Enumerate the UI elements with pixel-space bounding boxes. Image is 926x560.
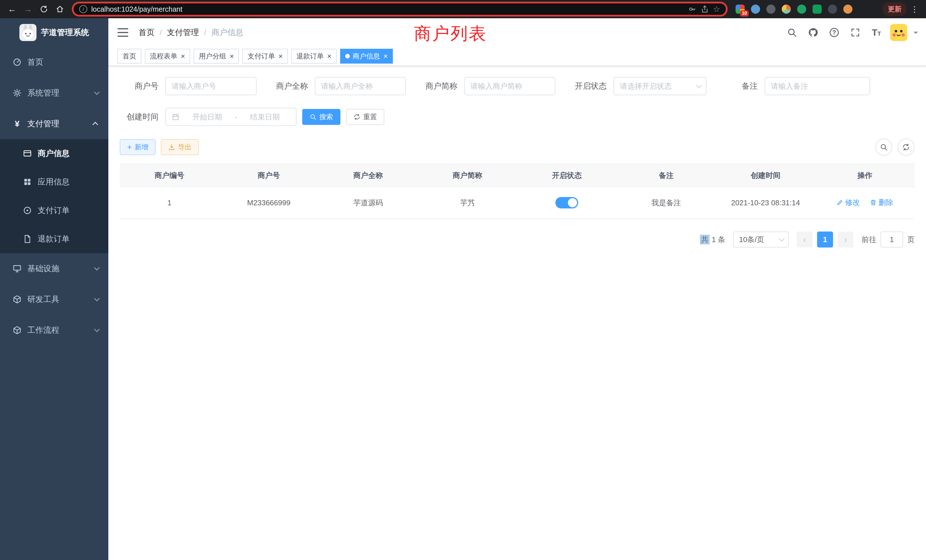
extension-icon-gray[interactable] [766, 5, 775, 14]
page-1-button[interactable]: 1 [817, 232, 833, 248]
export-button[interactable]: 导出 [161, 139, 199, 155]
sidebar-subitem-pay-order[interactable]: 支付订单 [0, 196, 108, 225]
extension-icon-colorful[interactable]: 10 [735, 5, 745, 14]
document-icon [23, 235, 32, 244]
sidebar-item-devtools[interactable]: 研发工具 [0, 284, 108, 315]
extension-icon-dark[interactable] [828, 5, 837, 14]
merchant-no-input[interactable] [165, 77, 257, 95]
tab-close-icon[interactable]: × [230, 53, 234, 60]
full-name-label: 商户全称 [269, 81, 308, 92]
refresh-icon [902, 143, 910, 151]
extension-icon-avatar[interactable] [782, 5, 791, 14]
next-page-button[interactable]: › [838, 232, 853, 248]
col-merchant-id: 商户编号 [120, 164, 219, 187]
help-button[interactable]: ? [827, 25, 841, 40]
create-time-range-input[interactable]: 开始日期 - 结束日期 [165, 108, 297, 126]
calendar-icon [172, 113, 180, 121]
prev-page-button[interactable]: ‹ [797, 232, 813, 248]
address-bar[interactable]: i localhost:1024/pay/merchant ☆ [72, 2, 728, 17]
refresh-table-button[interactable] [897, 139, 915, 156]
extension-icon-green-circle[interactable] [797, 5, 806, 14]
table-row: 1 M233666999 芋道源码 芋艿 我是备注 2021-10-23 08:… [120, 187, 915, 219]
col-create-time: 创建时间 [716, 164, 816, 187]
extension-icon-blue[interactable] [751, 5, 760, 14]
hamburger-button[interactable] [118, 28, 128, 37]
annotation-text: 商户列表 [414, 22, 487, 45]
short-name-input[interactable] [464, 77, 555, 95]
breadcrumb-item-pay[interactable]: 支付管理 [167, 27, 199, 38]
fullscreen-button[interactable] [848, 25, 863, 40]
tab-home[interactable]: 首页 [118, 49, 141, 64]
toggle-search-button[interactable] [875, 139, 892, 156]
user-avatar[interactable] [890, 24, 907, 41]
breadcrumb-item-home[interactable]: 首页 [139, 27, 154, 38]
tab-user-group[interactable]: 用户分组 × [194, 49, 239, 64]
goto-label: 前往 [862, 235, 876, 245]
sidebar-subitem-merchant-info[interactable]: 商户信息 [0, 139, 108, 168]
font-size-button[interactable]: TT [869, 25, 884, 40]
short-name-label: 商户简称 [419, 81, 457, 92]
add-button[interactable]: + 新增 [120, 139, 156, 155]
sidebar-item-label: 工作流程 [27, 325, 59, 336]
delete-link[interactable]: 删除 [870, 198, 893, 207]
pagination-total: 共 1 条 [700, 235, 725, 245]
full-name-input[interactable] [315, 77, 406, 95]
search-form-row-2: 创建时间 开始日期 - 结束日期 搜索 重置 [120, 108, 915, 126]
goto-page-input[interactable] [881, 232, 903, 248]
tab-close-icon[interactable]: × [278, 53, 283, 60]
tab-merchant-info[interactable]: 商户信息 × [340, 49, 393, 64]
tab-close-icon[interactable]: × [383, 53, 388, 60]
extension-icon-orange[interactable] [843, 5, 852, 14]
sidebar-item-label: 退款订单 [38, 233, 70, 244]
chevron-down-icon [94, 89, 100, 95]
github-icon [808, 27, 818, 38]
edit-link[interactable]: 修改 [837, 198, 860, 207]
goto-unit: 页 [907, 235, 915, 245]
search-button[interactable]: 搜索 [302, 109, 340, 125]
sidebar-logo[interactable]: 芋道管理系统 [0, 18, 108, 47]
date-end-placeholder[interactable]: 结束日期 [239, 112, 290, 122]
avatar-caret-icon[interactable] [914, 32, 918, 36]
extension-icon-green-square[interactable] [813, 5, 822, 14]
password-key-icon[interactable] [688, 5, 696, 14]
breadcrumb: 首页 / 支付管理 / 商户信息 [139, 27, 244, 38]
date-start-placeholder[interactable]: 开始日期 [182, 112, 233, 122]
tab-refund-order[interactable]: 退款订单 × [291, 49, 337, 64]
compass-icon [23, 206, 32, 215]
col-full-name: 商户全称 [318, 164, 418, 187]
bookmark-star-icon[interactable]: ☆ [713, 5, 720, 14]
reset-button[interactable]: 重置 [346, 109, 384, 125]
browser-home-button[interactable] [53, 2, 67, 17]
page-size-select[interactable]: 10条/页 [733, 232, 788, 248]
avatar-image [890, 24, 907, 41]
sidebar-subitem-app-info[interactable]: 应用信息 [0, 168, 108, 196]
site-info-icon[interactable]: i [79, 5, 87, 13]
tab-close-icon[interactable]: × [181, 53, 185, 60]
remark-input[interactable] [765, 77, 870, 95]
github-link-button[interactable] [806, 25, 820, 40]
tab-close-icon[interactable]: × [327, 53, 331, 60]
font-size-icon: TT [872, 28, 881, 37]
share-icon[interactable] [701, 5, 709, 14]
browser-update-button[interactable]: 更新 [883, 2, 906, 16]
status-label: 开启状态 [568, 81, 607, 92]
sidebar-item-workflow[interactable]: 工作流程 [0, 315, 108, 345]
sidebar-item-system[interactable]: 系统管理 [0, 77, 108, 108]
cell-full-name: 芋道源码 [318, 187, 418, 219]
browser-forward-button[interactable]: → [21, 2, 35, 17]
browser-reload-button[interactable] [36, 2, 51, 17]
status-select[interactable]: 请选择开启状态 [614, 77, 707, 95]
status-toggle[interactable] [555, 197, 578, 209]
browser-back-button[interactable]: ← [5, 2, 20, 17]
header-search-button[interactable] [785, 25, 799, 40]
sidebar-item-pay[interactable]: ¥ 支付管理 [0, 108, 108, 139]
sidebar-item-home[interactable]: 首页 [0, 47, 108, 77]
sidebar-menu: 首页 系统管理 ¥ 支付管理 商户信息 应用信息 [0, 47, 108, 345]
url-text[interactable]: localhost:1024/pay/merchant [91, 5, 183, 14]
sidebar-item-infrastructure[interactable]: 基础设施 [0, 253, 108, 284]
sidebar-subitem-refund-order[interactable]: 退款订单 [0, 225, 108, 253]
monitor-icon [12, 264, 22, 273]
tab-pay-order[interactable]: 支付订单 × [242, 49, 287, 64]
browser-menu-button[interactable]: ⋮ [908, 5, 921, 14]
tab-process-form[interactable]: 流程表单 × [145, 49, 190, 64]
